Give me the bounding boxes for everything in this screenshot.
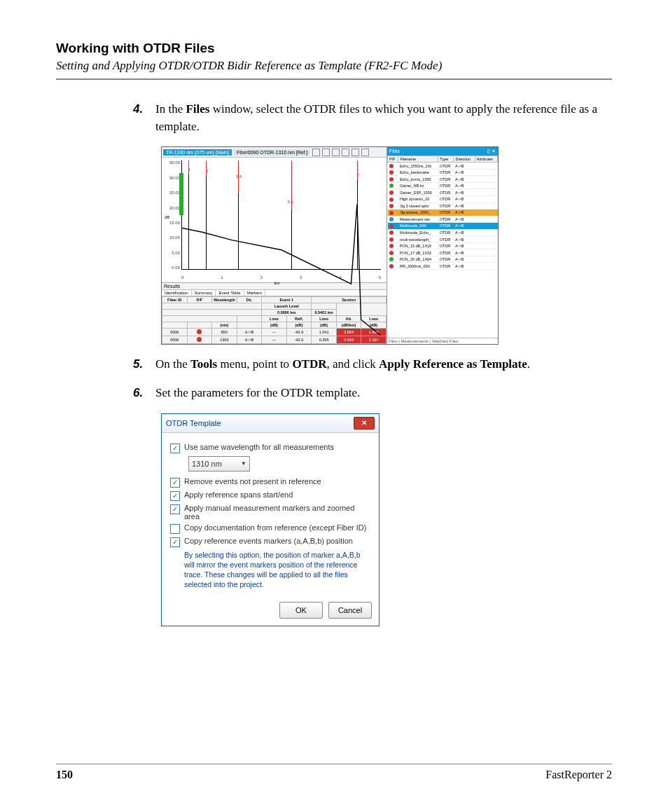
step-list: 5. On the Tools menu, point to OTDR, and…: [56, 356, 612, 401]
x-axis-label: km: [274, 281, 280, 285]
chevron-down-icon: ▼: [241, 460, 246, 467]
checkbox[interactable]: [170, 504, 180, 514]
checkbox-label: Apply manual measurement markers and zoo…: [184, 504, 370, 521]
checkbox[interactable]: [170, 537, 180, 547]
panel-controls-icon[interactable]: ▯ ✕: [487, 149, 496, 154]
checkbox-label: Copy documentation from reference (excep…: [184, 523, 366, 532]
toolbar-icon[interactable]: [342, 149, 349, 156]
checkbox-label: Apply reference spans start/end: [184, 490, 293, 499]
file-row[interactable]: Jig access_1550_OTDRA->B: [388, 209, 498, 216]
checkbox-label: Remove events not present in reference: [184, 477, 321, 486]
toolbar-icon[interactable]: [361, 149, 369, 156]
files-table[interactable]: P/FFilenameTypeDirectionAttributes Echo_…: [387, 156, 498, 270]
checkbox-label: Use same wavelength for all measurements: [184, 443, 334, 451]
checkbox[interactable]: [170, 491, 180, 501]
toolbar-icon[interactable]: [322, 149, 330, 156]
file-row[interactable]: Multimode_Echo_OTDRA->B: [388, 229, 498, 236]
page-footer: 150 FastReporter 2: [56, 764, 612, 781]
screenshot-otdr-template-dialog: OTDR Template ✕ Use same wavelength for …: [161, 413, 612, 627]
toolbar-icon[interactable]: [332, 149, 340, 156]
header-rule: [56, 78, 612, 80]
file-row[interactable]: PON_17 dB_1X32OTDRA->B: [388, 249, 498, 256]
y-axis-label: dB: [165, 215, 169, 219]
files-panel-header: Files▯ ✕: [387, 147, 498, 156]
screenshot-otdr-app: TR-1390 nm (075 um) [Main] Fiber0090 OTD…: [161, 146, 612, 345]
file-row[interactable]: PON_20 dB_1X64OTDRA->B: [388, 256, 498, 263]
trace-tab-inactive[interactable]: Fiber0090 OTDR-1310 nm [Ref.]: [234, 149, 311, 156]
file-row[interactable]: RR_2000ms_000OTDRA->B: [388, 263, 498, 270]
file-row[interactable]: Jig 3 closed splicOTDRA->B: [388, 202, 498, 209]
file-row[interactable]: multi-wavelength_OTDRA->B: [388, 236, 498, 243]
checkbox-label: Copy reference events markers (a,A,B,b) …: [184, 537, 353, 545]
file-row[interactable]: Echo_1550ns_10cOTDRA->B: [388, 163, 498, 170]
step-text: Set the parameters for the OTDR template…: [155, 385, 612, 402]
files-footer-tabs[interactable]: Files | Measurements | Matched Files: [387, 338, 498, 344]
trace-toolbar: TR-1390 nm (075 um) [Main] Fiber0090 OTD…: [162, 147, 387, 158]
trace-tab-active[interactable]: TR-1390 nm (075 um) [Main]: [163, 149, 232, 156]
checkbox[interactable]: [170, 478, 180, 488]
dialog-note: By selecting this option, the position o…: [184, 550, 370, 590]
step-list: 4. In the Files window, select the OTDR …: [56, 101, 612, 135]
dialog-title: OTDR Template: [166, 419, 221, 427]
file-row[interactable]: Gainer_DSF_1550OTDRA->B: [388, 189, 498, 196]
file-row[interactable]: Echo_burns_1550OTDRA->B: [388, 176, 498, 183]
toolbar-icon[interactable]: [312, 149, 320, 156]
ok-button[interactable]: OK: [279, 602, 323, 619]
file-row[interactable]: Gainer_NB.trcOTDRA->B: [388, 182, 498, 189]
close-icon[interactable]: ✕: [354, 417, 375, 429]
wavelength-select[interactable]: 1310 nm▼: [188, 456, 250, 472]
section-title: Working with OTDR Files: [56, 41, 612, 56]
file-row[interactable]: Multimode_900OTDRA->B: [388, 223, 498, 230]
step-text: In the Files window, select the OTDR fil…: [155, 101, 612, 135]
cancel-button[interactable]: Cancel: [328, 602, 372, 619]
otdr-trace-chart: 35.0030.0025.0020.0015.0010.005.000.00 1…: [165, 160, 384, 280]
product-name: FastReporter 2: [545, 769, 612, 781]
step-number: 6.: [133, 385, 155, 402]
plot-area: 1 2 3·4 5·6 7: [181, 160, 381, 270]
file-row[interactable]: High dynamic_10OTDRA->B: [388, 196, 498, 203]
file-row[interactable]: PON_15 dB_1X10OTDRA->B: [388, 242, 498, 249]
step-number: 4.: [133, 101, 155, 135]
dialog-titlebar: OTDR Template ✕: [162, 414, 379, 433]
step-number: 5.: [133, 356, 155, 373]
page-number: 150: [56, 769, 73, 781]
file-row[interactable]: Echo_backscatteOTDRA->B: [388, 169, 498, 176]
file-row[interactable]: Measurement ranOTDRA->B: [388, 216, 498, 223]
section-subtitle: Setting and Applying OTDR/OTDR Bidir Ref…: [56, 59, 612, 73]
checkbox[interactable]: [170, 443, 180, 453]
checkbox[interactable]: [170, 524, 180, 534]
toolbar-icon[interactable]: [352, 149, 359, 156]
